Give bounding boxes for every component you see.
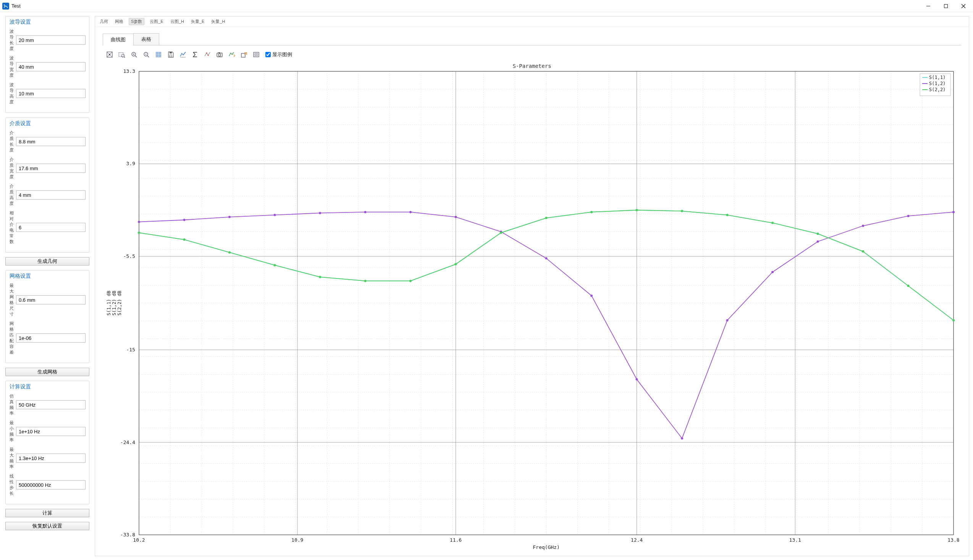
svg-point-137: [183, 219, 186, 221]
svg-point-136: [138, 221, 140, 223]
svg-text:S(2,2) dB: S(2,2) dB: [117, 291, 122, 315]
show-legend-checkbox[interactable]: 显示图例: [266, 51, 292, 58]
top-tab[interactable]: 几何: [98, 18, 110, 25]
sigma-icon[interactable]: [190, 49, 201, 60]
svg-point-153: [907, 215, 909, 217]
chart-line-icon[interactable]: [177, 49, 188, 60]
input-simfreq[interactable]: [16, 400, 85, 409]
svg-point-140: [319, 212, 321, 214]
group-title-mesh: 网格设置: [10, 270, 85, 283]
generate-mesh-button[interactable]: 生成网格: [5, 368, 89, 376]
export-icon[interactable]: [239, 49, 249, 60]
sub-tab[interactable]: 表格: [133, 33, 159, 45]
svg-point-167: [681, 210, 683, 212]
grid-icon[interactable]: [153, 49, 164, 60]
svg-text:-24.4: -24.4: [120, 440, 135, 445]
svg-point-156: [183, 238, 186, 241]
window-close-button[interactable]: [955, 0, 972, 12]
input-wg-width[interactable]: [16, 62, 85, 71]
svg-text:-5.5: -5.5: [123, 253, 135, 259]
svg-point-145: [545, 257, 548, 259]
top-tab[interactable]: 矢量_E: [189, 18, 206, 25]
label-mesh-max: 最大网格尺寸: [10, 283, 14, 317]
plot-area: 10.210.911.612.413.113.8-33.8-24.4-15-5.…: [103, 69, 961, 552]
zoom-out-icon[interactable]: [141, 49, 152, 60]
export-curve-icon[interactable]: [226, 49, 237, 60]
svg-point-141: [364, 211, 366, 213]
svg-point-159: [319, 276, 321, 278]
input-di-eps[interactable]: [16, 223, 85, 232]
top-tab[interactable]: 网格: [114, 18, 125, 25]
top-tab[interactable]: 云图_H: [169, 18, 186, 25]
svg-rect-25: [170, 55, 172, 57]
svg-point-143: [455, 216, 457, 218]
svg-point-170: [817, 233, 819, 235]
settings-list-icon[interactable]: [251, 49, 262, 60]
svg-text:11.6: 11.6: [450, 537, 462, 543]
reset-defaults-button[interactable]: 恢复默认设置: [5, 522, 89, 530]
svg-point-149: [726, 319, 729, 322]
svg-point-147: [636, 378, 638, 380]
label-di-height: 介质高度: [10, 183, 14, 207]
input-di-length[interactable]: [16, 137, 85, 146]
input-di-height[interactable]: [16, 190, 85, 200]
calculate-button[interactable]: 计算: [5, 509, 89, 517]
svg-point-152: [862, 225, 864, 227]
svg-point-162: [455, 263, 457, 265]
input-fmax[interactable]: [16, 453, 85, 463]
svg-point-171: [862, 250, 864, 253]
sub-tab[interactable]: 曲线图: [103, 33, 134, 45]
svg-point-146: [590, 295, 593, 297]
input-step[interactable]: [16, 480, 85, 490]
svg-text:S(1,2) dB: S(1,2) dB: [112, 291, 117, 315]
svg-point-157: [228, 252, 231, 254]
titlebar: Test: [0, 0, 973, 12]
home-icon[interactable]: [104, 49, 115, 60]
svg-point-6: [109, 54, 110, 55]
svg-text:10.9: 10.9: [291, 537, 303, 543]
generate-geometry-button[interactable]: 生成几何: [5, 257, 89, 265]
svg-point-150: [771, 271, 774, 273]
top-tabs: 几何网格S参数云图_E云图_H矢量_E矢量_H: [95, 17, 969, 27]
app-icon: [2, 3, 9, 10]
top-tab[interactable]: S参数: [129, 18, 144, 25]
svg-point-142: [410, 211, 412, 213]
window-maximize-button[interactable]: [937, 0, 955, 12]
marker-icon[interactable]: [202, 49, 213, 60]
label-wg-length: 波导长度: [10, 28, 14, 52]
sidebar: 波导设置 波导长度 波导宽度 波导高度 介质设置 介质长度 介质宽度 介质高度 …: [5, 16, 89, 556]
window-minimize-button[interactable]: [920, 0, 937, 12]
input-wg-height[interactable]: [16, 89, 85, 98]
svg-text:S(1,1): S(1,1): [929, 75, 946, 80]
input-mesh-max[interactable]: [16, 295, 85, 304]
label-mesh-tol: 网格匹配容差: [10, 321, 14, 355]
input-wg-length[interactable]: [16, 35, 85, 45]
zoom-in-icon[interactable]: [129, 49, 139, 60]
svg-point-154: [952, 211, 955, 213]
input-di-width[interactable]: [16, 163, 85, 173]
top-tab[interactable]: 云图_E: [148, 18, 165, 25]
input-mesh-tol[interactable]: [16, 333, 85, 343]
svg-point-172: [907, 285, 909, 287]
svg-point-8: [122, 54, 124, 57]
show-legend-label: 显示图例: [272, 51, 292, 58]
camera-icon[interactable]: [214, 49, 225, 60]
svg-point-163: [500, 232, 502, 234]
top-tab[interactable]: 矢量_H: [210, 18, 226, 25]
chart-title: S-Parameters: [103, 63, 961, 69]
input-fmin[interactable]: [16, 427, 85, 436]
svg-text:S(1,1) dB: S(1,1) dB: [106, 291, 112, 315]
svg-text:Freq(GHz): Freq(GHz): [533, 544, 560, 550]
group-title-dielectric: 介质设置: [10, 118, 85, 130]
svg-point-29: [208, 55, 209, 56]
label-simfreq: 仿真频率: [10, 393, 14, 416]
label-step: 线性步长: [10, 473, 14, 496]
group-calc: 计算设置 仿真频率 最小频率 最大频率 线性步长: [5, 381, 89, 504]
main-panel: 几何网格S参数云图_E云图_H矢量_E矢量_H 曲线图表格: [95, 16, 969, 556]
svg-point-155: [138, 232, 140, 234]
svg-point-139: [274, 214, 276, 216]
save-icon[interactable]: [166, 49, 176, 60]
zoom-rect-icon[interactable]: [117, 49, 127, 60]
group-title-calc: 计算设置: [10, 381, 85, 393]
svg-point-31: [219, 54, 221, 56]
